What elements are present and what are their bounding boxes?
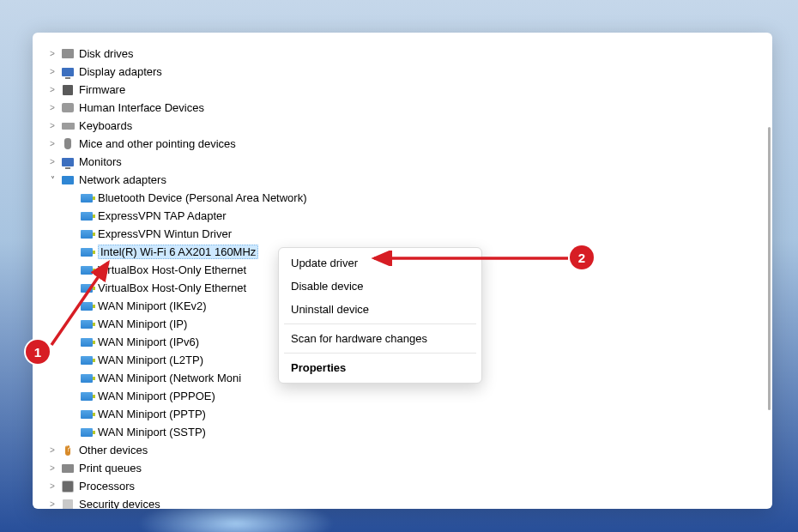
network-adapter-icon	[79, 227, 94, 242]
network-adapter-icon	[79, 317, 94, 332]
category-network[interactable]: ˅Network adapters	[46, 171, 765, 189]
device-label: WAN Miniport (IP)	[98, 317, 187, 330]
device-label: WAN Miniport (L2TP)	[98, 354, 203, 366]
device-item[interactable]: ExpressVPN Wintun Driver	[46, 225, 765, 243]
network-icon	[60, 172, 76, 188]
scrollbar-thumb[interactable]	[768, 127, 771, 410]
category-label: Print queues	[79, 462, 142, 475]
category-firmware[interactable]: >Firmware	[46, 81, 765, 99]
network-adapter-icon	[79, 389, 94, 404]
category-mice[interactable]: >Mice and other pointing devices	[46, 135, 765, 153]
device-label: Intel(R) Wi-Fi 6 AX201 160MHz	[98, 245, 258, 259]
device-label: WAN Miniport (IPv6)	[98, 336, 199, 348]
chevron-right-icon[interactable]: >	[46, 48, 58, 60]
network-adapter-icon	[79, 281, 94, 296]
network-adapter-icon	[79, 245, 94, 260]
category-label: Mice and other pointing devices	[79, 137, 236, 150]
category-label: Disk drives	[79, 47, 134, 60]
network-adapter-icon	[79, 407, 94, 422]
device-label: ExpressVPN Wintun Driver	[98, 227, 232, 240]
device-label: WAN Miniport (Network Moni	[98, 372, 241, 384]
annotation-badge-2-text: 2	[578, 251, 585, 265]
category-label: Network adapters	[79, 173, 166, 186]
device-label: WAN Miniport (PPTP)	[98, 408, 206, 420]
device-label: VirtualBox Host-Only Ethernet	[98, 263, 246, 276]
device-label: ExpressVPN TAP Adapter	[98, 209, 227, 222]
menu-separator	[284, 353, 476, 354]
category-label: Security devices	[79, 498, 160, 509]
security-icon	[60, 497, 76, 510]
device-label: WAN Miniport (IKEv2)	[98, 299, 207, 312]
device-label: WAN Miniport (PPPOE)	[98, 390, 215, 402]
device-label: Bluetooth Device (Personal Area Network)	[98, 191, 307, 204]
other-icon	[60, 443, 76, 458]
category-label: Human Interface Devices	[79, 101, 204, 114]
network-adapter-icon	[79, 353, 94, 368]
network-adapter-icon	[79, 371, 94, 386]
device-item[interactable]: WAN Miniport (PPTP)	[46, 405, 765, 423]
hid-icon	[60, 100, 76, 116]
category-cpu[interactable]: >Processors	[46, 477, 765, 495]
mice-icon	[60, 136, 76, 152]
context-menu: Update driver Disable device Uninstall d…	[278, 247, 482, 384]
chevron-right-icon[interactable]: >	[46, 444, 58, 456]
display-icon	[60, 64, 76, 80]
menu-scan-hardware[interactable]: Scan for hardware changes	[279, 327, 481, 350]
menu-update-driver[interactable]: Update driver	[279, 251, 481, 275]
network-adapter-icon	[79, 263, 94, 278]
category-label: Keyboards	[79, 119, 132, 132]
network-adapter-icon	[79, 209, 94, 224]
device-label: WAN Miniport (SSTP)	[98, 426, 206, 438]
category-label: Processors	[79, 480, 135, 493]
category-label: Display adapters	[79, 65, 162, 78]
chevron-right-icon[interactable]: >	[46, 462, 58, 475]
category-print[interactable]: >Print queues	[46, 459, 765, 477]
device-item[interactable]: WAN Miniport (PPPOE)	[46, 387, 765, 405]
category-other[interactable]: >Other devices	[46, 441, 765, 459]
annotation-badge-1-text: 1	[34, 345, 41, 360]
chevron-right-icon[interactable]: >	[46, 156, 58, 168]
chevron-down-icon[interactable]: ˅	[46, 174, 58, 186]
category-hid[interactable]: >Human Interface Devices	[46, 99, 765, 117]
chevron-right-icon[interactable]: >	[46, 120, 58, 132]
device-item[interactable]: WAN Miniport (SSTP)	[46, 423, 765, 441]
category-monitors[interactable]: >Monitors	[46, 153, 765, 171]
network-adapter-icon	[79, 335, 94, 350]
network-adapter-icon	[79, 299, 94, 314]
chevron-right-icon[interactable]: >	[46, 481, 58, 493]
firmware-icon	[60, 82, 76, 98]
chevron-right-icon[interactable]: >	[46, 138, 58, 150]
category-disk[interactable]: >Disk drives	[46, 45, 765, 63]
cpu-icon	[60, 479, 76, 494]
network-adapter-icon	[79, 425, 94, 440]
menu-properties[interactable]: Properties	[279, 356, 481, 379]
category-display[interactable]: >Display adapters	[46, 63, 765, 81]
menu-uninstall-device[interactable]: Uninstall device	[279, 298, 481, 321]
device-item[interactable]: ExpressVPN TAP Adapter	[46, 207, 765, 225]
network-adapter-icon	[79, 190, 94, 206]
keyboard-icon	[60, 118, 76, 134]
chevron-right-icon[interactable]: >	[46, 499, 58, 510]
print-icon	[60, 461, 76, 476]
menu-separator	[284, 323, 476, 324]
category-security[interactable]: >Security devices	[46, 495, 765, 509]
device-item[interactable]: Bluetooth Device (Personal Area Network)	[46, 189, 765, 207]
menu-disable-device[interactable]: Disable device	[279, 275, 481, 298]
category-keyboard[interactable]: >Keyboards	[46, 117, 765, 135]
chevron-right-icon[interactable]: >	[46, 84, 58, 96]
monitors-icon	[60, 154, 76, 170]
category-label: Monitors	[79, 155, 122, 168]
chevron-right-icon[interactable]: >	[46, 102, 58, 114]
disk-icon	[60, 46, 76, 62]
category-label: Firmware	[79, 83, 125, 96]
device-label: VirtualBox Host-Only Ethernet	[98, 281, 246, 294]
annotation-badge-2: 2	[570, 245, 594, 269]
chevron-right-icon[interactable]: >	[46, 66, 58, 78]
annotation-badge-1: 1	[26, 340, 50, 364]
category-label: Other devices	[79, 444, 148, 456]
